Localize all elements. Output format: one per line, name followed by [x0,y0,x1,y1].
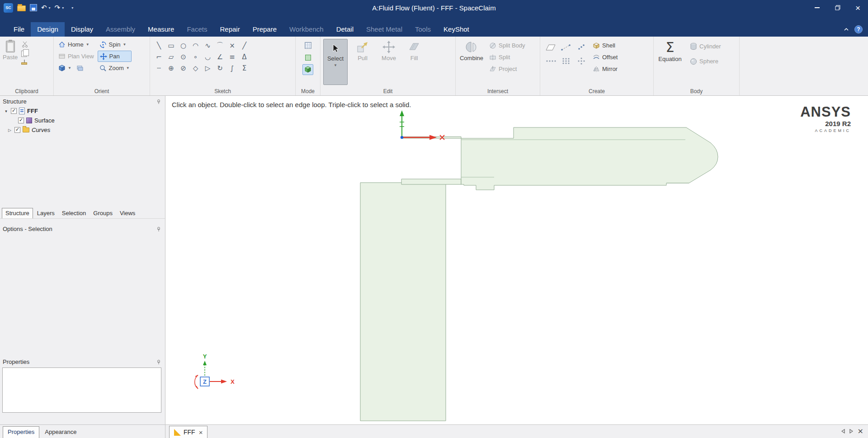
scroll-tabs-right-icon[interactable] [849,429,853,433]
visibility-checkbox[interactable] [18,118,24,123]
solid-mode-button[interactable] [302,64,313,75]
equation-button[interactable]: Σ Equation [656,39,684,67]
copy-icon[interactable] [21,51,27,57]
undo-icon[interactable]: ↶ [41,5,47,11]
ellipse-icon[interactable]: ⊕ [165,62,177,74]
axis-icon[interactable] [561,44,571,51]
pan-button[interactable]: Pan [98,51,132,62]
pin-icon[interactable] [156,99,161,104]
tab-prepare[interactable]: Prepare [246,22,283,37]
collapse-ribbon-icon[interactable] [844,28,849,31]
sidebar-tab-selection[interactable]: Selection [59,208,89,218]
sidebar-tab-structure[interactable]: Structure [2,208,33,218]
project-curve-icon[interactable]: ▷ [202,62,214,74]
point-pattern-icon[interactable] [577,57,586,65]
point-grid-icon[interactable] [561,57,571,65]
document-close-icon[interactable]: × [199,429,203,436]
dock-tab-appearance[interactable]: Appearance [40,427,81,438]
connector-face[interactable] [401,179,461,184]
undo-dropdown-icon[interactable]: ▾ [49,6,51,10]
zoom-button[interactable]: Zoom ▼ [98,62,132,74]
tree-item-fff[interactable]: FFF [27,108,38,114]
cut-icon[interactable] [21,41,28,48]
minimize-button[interactable] [807,0,827,15]
split-curve-icon[interactable]: ⊘ [177,62,189,74]
open-file-icon[interactable] [17,5,26,11]
equation-curve-icon[interactable]: Σ [238,62,250,74]
tree-item-curves[interactable]: Curves [32,127,50,133]
offset-line-icon[interactable]: ≡ [226,51,238,62]
mirror-line-icon[interactable]: ╱ [238,40,250,51]
customize-toolbar-icon[interactable]: ▾ [71,6,73,10]
origin-point[interactable] [401,136,403,139]
visibility-checkbox[interactable] [11,108,17,114]
three-point-rectangle-icon[interactable]: ▱ [165,51,177,62]
center-circle-icon[interactable]: ⊙ [177,51,189,62]
datum-point-icon[interactable] [577,44,586,51]
geometry-viewport[interactable]: Y X Z [165,96,868,424]
pin-icon[interactable] [156,226,161,232]
pin-icon[interactable] [156,359,161,365]
line-icon[interactable]: ╲ [153,40,165,51]
tab-measure[interactable]: Measure [142,22,180,37]
shell-button[interactable]: Shell [591,40,619,51]
arc-icon[interactable]: ◠ [189,40,202,51]
close-document-icon[interactable]: × [858,427,863,435]
save-icon[interactable] [30,4,37,11]
rotate-icon[interactable]: ↻ [214,62,226,74]
model-canvas[interactable]: Click an object. Double-click to select … [165,96,868,424]
fillet-icon[interactable]: ∫ [226,62,238,74]
chamfer-icon[interactable]: Δ [238,51,250,62]
point-icon[interactable]: ∘ [189,51,202,62]
sweep-arc-icon[interactable]: ◡ [202,51,214,62]
close-button[interactable]: × [848,0,868,15]
combine-button[interactable]: Combine [458,39,485,75]
coordinate-triad[interactable]: Y X Z [195,353,235,389]
corner-line-icon[interactable]: ⌐ [153,51,165,62]
properties-content[interactable] [2,367,161,413]
tab-repair[interactable]: Repair [213,22,246,37]
redo-icon[interactable]: ↷ [55,5,61,11]
tab-file[interactable]: File [7,22,31,37]
tree-item-surface[interactable]: Surface [34,117,55,124]
sketch-mode-button[interactable] [302,40,313,51]
nozzle-profile-face[interactable] [461,127,718,190]
document-tab-fff[interactable]: FFF × [169,426,208,438]
origin-axes[interactable] [400,110,444,140]
plane-icon[interactable] [545,44,557,51]
redo-dropdown-icon[interactable]: ▾ [62,6,64,10]
help-icon[interactable]: ? [854,25,863,33]
home-view-button[interactable]: Home ▼ [57,39,96,50]
format-painter-icon[interactable] [21,62,27,65]
vertical-duct-face[interactable] [360,183,446,421]
construction-line-icon[interactable]: ┄ [153,62,165,74]
visibility-checkbox[interactable] [14,127,20,133]
circle-icon[interactable]: ○ [177,40,189,51]
spin-button[interactable]: Spin ▼ [98,39,132,50]
dock-tab-properties[interactable]: Properties [3,426,39,438]
trim-icon[interactable]: × [226,40,238,51]
sidebar-tab-views[interactable]: Views [117,208,138,218]
section-mode-button[interactable] [302,52,313,63]
scroll-tabs-left-icon[interactable] [841,429,845,433]
tab-detail[interactable]: Detail [330,22,360,37]
tab-keyshot[interactable]: KeyShot [437,22,476,37]
angle-icon[interactable]: ∠ [214,51,226,62]
view-orientation-button[interactable]: ▼ [57,62,96,74]
sidebar-tab-groups[interactable]: Groups [90,208,116,218]
point-row-icon[interactable] [545,58,556,64]
mirror-button[interactable]: Mirror [591,63,619,75]
offset-button[interactable]: Offset [591,52,619,63]
polygon-icon[interactable]: ◇ [189,62,202,74]
spline-icon[interactable]: ∿ [202,40,214,51]
tab-display[interactable]: Display [65,22,99,37]
tab-design[interactable]: Design [31,22,65,37]
collapse-expander-icon[interactable]: ▾ [4,109,9,113]
expand-expander-icon[interactable]: ▷ [7,128,12,132]
view-style-icon[interactable] [76,65,84,71]
tangent-arc-icon[interactable]: ⌒ [214,40,226,51]
spaceclaim-logo-icon[interactable]: SC [4,3,13,13]
rectangle-icon[interactable]: ▭ [165,40,177,51]
sidebar-tab-layers[interactable]: Layers [34,208,58,218]
restore-button[interactable] [827,0,848,15]
